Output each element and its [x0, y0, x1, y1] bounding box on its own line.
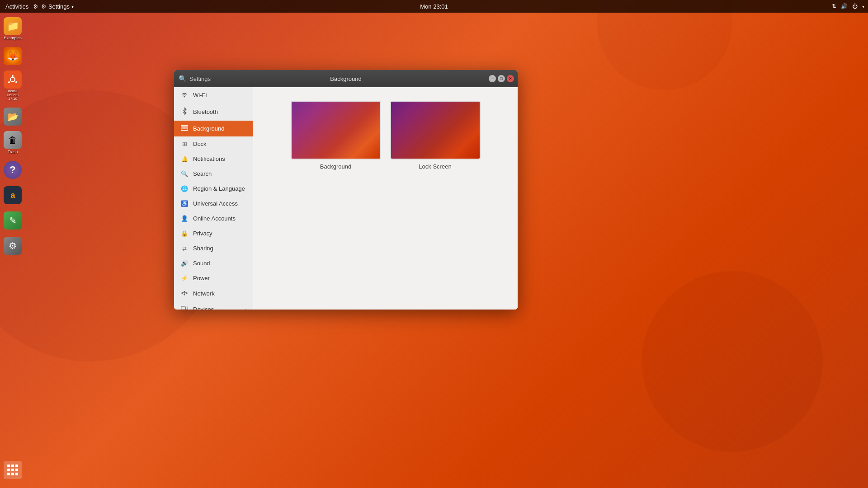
sidebar-item-background[interactable]: Background — [174, 121, 253, 136]
svg-point-2 — [15, 81, 17, 83]
power-icon: ⚡ — [180, 275, 189, 282]
sidebar-item-wifi[interactable]: Wi-Fi — [174, 87, 253, 103]
sidebar-sound-label: Sound — [193, 260, 246, 267]
show-apps-button[interactable] — [4, 461, 22, 479]
sidebar-power-label: Power — [193, 275, 246, 282]
sidebar-item-region[interactable]: 🌐 Region & Language — [174, 181, 253, 196]
titlebar-left: 🔍 Settings — [178, 74, 211, 83]
settings-sidebar: Wi-Fi Bluetooth Background — [174, 87, 253, 310]
svg-point-3 — [8, 81, 10, 83]
universal-access-icon: ♿ — [180, 200, 189, 207]
sidebar-item-universal-access[interactable]: ♿ Universal Access — [174, 196, 253, 211]
background-icon — [180, 125, 189, 132]
sidebar-item-online-accounts[interactable]: 👤 Online Accounts — [174, 211, 253, 226]
settings-menu-button[interactable]: ⚙ ⚙ Settings ▾ — [33, 3, 74, 10]
notifications-icon: 🔔 — [180, 156, 189, 162]
sidebar-item-devices[interactable]: Devices › — [174, 301, 253, 310]
background-preview-card[interactable]: Background — [291, 101, 381, 170]
lock-screen-preview-frame — [390, 101, 481, 160]
activities-button[interactable]: Activities — [4, 3, 30, 10]
sidebar-bluetooth-label: Bluetooth — [193, 108, 246, 115]
tray: ⇅ 🔊 ⏻ ▾ — [832, 3, 864, 9]
dock-item-install-ubuntu[interactable]: Install Ubuntu 17.10 — [2, 70, 24, 101]
sidebar-item-notifications[interactable]: 🔔 Notifications — [174, 151, 253, 166]
sidebar-item-privacy[interactable]: 🔒 Privacy — [174, 226, 253, 241]
dock-item-firefox[interactable]: 🦊 — [2, 45, 24, 67]
network-icon — [180, 290, 189, 297]
sidebar-search-label: Search — [193, 170, 246, 177]
privacy-icon: 🔒 — [180, 230, 189, 237]
window-titlebar: 🔍 Settings Background – □ ✕ — [174, 70, 518, 87]
sidebar-item-power[interactable]: ⚡ Power — [174, 271, 253, 286]
dock-label-trash: Trash — [8, 150, 18, 155]
close-button[interactable]: ✕ — [507, 75, 514, 82]
lock-screen-preview-card[interactable]: Lock Screen — [390, 101, 481, 170]
sidebar-item-dock[interactable]: ⊞ Dock — [174, 136, 253, 151]
sidebar-sharing-label: Sharing — [193, 245, 246, 252]
svg-point-1 — [12, 75, 14, 77]
top-panel-left: Activities ⚙ ⚙ Settings ▾ — [4, 3, 74, 10]
sidebar-wifi-label: Wi-Fi — [193, 92, 246, 99]
main-content: Background Lock Screen — [253, 87, 518, 310]
sidebar-privacy-label: Privacy — [193, 230, 246, 237]
background-preview-frame — [291, 101, 381, 160]
dock-label-examples: Examples — [4, 36, 22, 41]
sidebar-accounts-label: Online Accounts — [193, 215, 246, 222]
tray-power-icon[interactable]: ⏻ — [852, 3, 858, 9]
svg-point-0 — [10, 77, 15, 82]
dock-label-install-ubuntu: Install Ubuntu 17.10 — [2, 89, 24, 101]
sound-icon: 🔊 — [180, 260, 189, 267]
tray-arrow[interactable]: ▾ — [862, 4, 864, 9]
dock-item-scratchpad[interactable]: ✎ — [2, 210, 24, 231]
sidebar-network-label: Network — [193, 290, 246, 297]
sidebar-item-bluetooth[interactable]: Bluetooth — [174, 103, 253, 121]
search-icon-sidebar: 🔍 — [180, 170, 189, 177]
settings-menu-label: ⚙ Settings — [41, 3, 70, 10]
titlebar-app-name: Settings — [189, 75, 211, 82]
clock: Mon 23:01 — [420, 3, 448, 10]
sidebar-item-sound[interactable]: 🔊 Sound — [174, 256, 253, 271]
devices-icon — [180, 305, 189, 310]
maximize-button[interactable]: □ — [498, 75, 505, 82]
window-body: Wi-Fi Bluetooth Background — [174, 87, 518, 310]
top-panel: Activities ⚙ ⚙ Settings ▾ Mon 23:01 ⇅ 🔊 … — [0, 0, 868, 13]
sidebar-notifications-label: Notifications — [193, 155, 246, 162]
svg-rect-14 — [185, 307, 188, 310]
wifi-icon — [180, 91, 189, 99]
sharing-icon: ⇄ — [180, 245, 189, 252]
dock-item-amazon[interactable]: a — [2, 184, 24, 206]
settings-gear-icon: ⚙ — [33, 3, 38, 10]
dock-item-trash[interactable]: 🗑 Trash — [4, 131, 22, 155]
sidebar-item-sharing[interactable]: ⇄ Sharing — [174, 241, 253, 256]
settings-menu-arrow: ▾ — [71, 4, 74, 9]
show-apps-grid-icon — [7, 465, 18, 475]
sidebar-item-network[interactable]: Network — [174, 286, 253, 301]
svg-rect-6 — [184, 294, 185, 295]
settings-window: 🔍 Settings Background – □ ✕ Wi-Fi — [174, 70, 518, 310]
background-card-label: Background — [320, 163, 351, 170]
sidebar-item-search[interactable]: 🔍 Search — [174, 166, 253, 181]
dock-item-help[interactable]: ? — [2, 159, 24, 181]
dock-icon-sidebar: ⊞ — [180, 141, 189, 147]
sidebar-universal-label: Universal Access — [193, 200, 246, 207]
region-icon: 🌐 — [180, 185, 189, 192]
sidebar-dock-label: Dock — [193, 141, 246, 147]
tray-sound-icon[interactable]: 🔊 — [841, 3, 848, 9]
lock-screen-card-label: Lock Screen — [419, 163, 451, 170]
tray-network-icon[interactable]: ⇅ — [832, 3, 836, 9]
desktop-dock: 📁 Examples 🦊 Install Ubuntu 17.10 📂 🗑 Tr… — [0, 13, 25, 488]
dock-item-settings-app[interactable]: ⚙ — [2, 235, 24, 257]
sidebar-devices-label: Devices — [193, 306, 240, 310]
svg-rect-13 — [181, 306, 185, 310]
minimize-button[interactable]: – — [489, 75, 496, 82]
sidebar-region-label: Region & Language — [193, 185, 246, 192]
dock-item-files[interactable]: 📂 — [2, 106, 24, 127]
window-controls: – □ ✕ — [489, 75, 514, 82]
titlebar-title: Background — [330, 75, 361, 82]
dock-item-examples[interactable]: 📁 Examples — [4, 17, 22, 41]
svg-rect-5 — [182, 126, 187, 129]
devices-arrow-icon: › — [245, 307, 246, 310]
bluetooth-icon — [180, 107, 189, 117]
titlebar-search-button[interactable]: 🔍 — [178, 74, 187, 83]
online-accounts-icon: 👤 — [180, 215, 189, 222]
